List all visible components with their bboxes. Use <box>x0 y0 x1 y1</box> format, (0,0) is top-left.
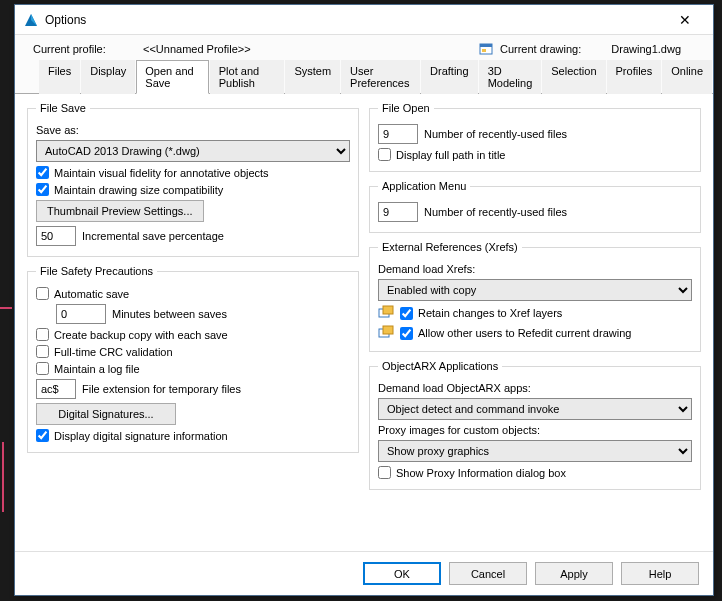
digital-signatures-button[interactable]: Digital Signatures... <box>36 403 176 425</box>
current-profile-label: Current profile: <box>33 43 143 55</box>
file-save-group: File Save Save as: AutoCAD 2013 Drawing … <box>27 102 359 257</box>
tab-system[interactable]: System <box>285 60 340 94</box>
maintain-log-file-checkbox[interactable]: Maintain a log file <box>36 362 140 375</box>
backdrop-line <box>2 442 4 512</box>
application-menu-legend: Application Menu <box>378 180 470 192</box>
tab-strip: Files Display Open and Save Plot and Pub… <box>15 59 713 94</box>
file-open-recent-label: Number of recently-used files <box>424 128 567 140</box>
drawing-icon <box>478 41 494 57</box>
backdrop-line <box>0 307 12 309</box>
file-save-legend: File Save <box>36 102 90 114</box>
full-path-in-title-checkbox[interactable]: Display full path in title <box>378 148 505 161</box>
window-title: Options <box>45 13 665 27</box>
tab-drafting[interactable]: Drafting <box>421 60 478 94</box>
tab-profiles[interactable]: Profiles <box>607 60 662 94</box>
temp-file-extension-input[interactable] <box>36 379 76 399</box>
help-button[interactable]: Help <box>621 562 699 585</box>
cancel-button[interactable]: Cancel <box>449 562 527 585</box>
external-references-group: External References (Xrefs) Demand load … <box>369 241 701 352</box>
svg-rect-1 <box>480 44 492 47</box>
demand-load-xrefs-dropdown[interactable]: Enabled with copy <box>378 279 692 301</box>
titlebar: Options ✕ <box>15 5 713 35</box>
demand-load-xrefs-label: Demand load Xrefs: <box>378 263 475 275</box>
maintain-size-checkbox[interactable]: Maintain drawing size compatibility <box>36 183 223 196</box>
objectarx-legend: ObjectARX Applications <box>378 360 502 372</box>
current-profile-value: <<Unnamed Profile>> <box>143 43 323 55</box>
tab-plot-and-publish[interactable]: Plot and Publish <box>210 60 285 94</box>
proxy-images-label: Proxy images for custom objects: <box>378 424 540 436</box>
xref-layers-icon <box>378 305 394 321</box>
profile-row: Current profile: <<Unnamed Profile>> Cur… <box>15 35 713 59</box>
tab-display[interactable]: Display <box>81 60 135 94</box>
app-menu-recent-label: Number of recently-used files <box>424 206 567 218</box>
allow-refedit-checkbox[interactable]: Allow other users to Refedit current dra… <box>400 327 631 340</box>
crc-validation-checkbox[interactable]: Full-time CRC validation <box>36 345 173 358</box>
tab-3d-modeling[interactable]: 3D Modeling <box>479 60 542 94</box>
tab-open-and-save[interactable]: Open and Save <box>136 60 208 94</box>
external-references-legend: External References (Xrefs) <box>378 241 522 253</box>
app-icon <box>23 12 39 28</box>
objectarx-group: ObjectARX Applications Demand load Objec… <box>369 360 701 490</box>
right-column: File Open Number of recently-used files … <box>369 102 701 543</box>
maintain-visual-checkbox[interactable]: Maintain visual fidelity for annotative … <box>36 166 269 179</box>
current-drawing-value: Drawing1.dwg <box>611 43 681 55</box>
file-safety-group: File Safety Precautions Automatic save M… <box>27 265 359 453</box>
current-drawing-label: Current drawing: <box>500 43 581 55</box>
temp-file-extension-label: File extension for temporary files <box>82 383 241 395</box>
tab-user-preferences[interactable]: User Preferences <box>341 60 420 94</box>
proxy-images-dropdown[interactable]: Show proxy graphics <box>378 440 692 462</box>
file-open-group: File Open Number of recently-used files … <box>369 102 701 172</box>
file-safety-legend: File Safety Precautions <box>36 265 157 277</box>
file-open-legend: File Open <box>378 102 434 114</box>
demand-load-arx-dropdown[interactable]: Object detect and command invoke <box>378 398 692 420</box>
ok-button[interactable]: OK <box>363 562 441 585</box>
save-as-dropdown[interactable]: AutoCAD 2013 Drawing (*.dwg) <box>36 140 350 162</box>
svg-rect-2 <box>482 49 486 52</box>
retain-xref-changes-checkbox[interactable]: Retain changes to Xref layers <box>400 307 562 320</box>
minutes-between-saves-input[interactable] <box>56 304 106 324</box>
automatic-save-checkbox[interactable]: Automatic save <box>36 287 129 300</box>
save-as-label: Save as: <box>36 124 79 136</box>
close-button[interactable]: ✕ <box>665 12 705 28</box>
thumbnail-preview-button[interactable]: Thumbnail Preview Settings... <box>36 200 204 222</box>
left-column: File Save Save as: AutoCAD 2013 Drawing … <box>27 102 359 543</box>
tab-files[interactable]: Files <box>39 60 80 94</box>
file-open-recent-input[interactable] <box>378 124 418 144</box>
app-menu-recent-input[interactable] <box>378 202 418 222</box>
options-dialog: Options ✕ Current profile: <<Unnamed Pro… <box>14 4 714 596</box>
incremental-save-input[interactable] <box>36 226 76 246</box>
display-digital-signature-checkbox[interactable]: Display digital signature information <box>36 429 228 442</box>
content-area: File Save Save as: AutoCAD 2013 Drawing … <box>15 94 713 551</box>
tab-online[interactable]: Online <box>662 60 712 94</box>
application-menu-group: Application Menu Number of recently-used… <box>369 180 701 233</box>
demand-load-arx-label: Demand load ObjectARX apps: <box>378 382 531 394</box>
incremental-save-label: Incremental save percentage <box>82 230 224 242</box>
show-proxy-info-checkbox[interactable]: Show Proxy Information dialog box <box>378 466 566 479</box>
apply-button[interactable]: Apply <box>535 562 613 585</box>
svg-rect-6 <box>383 326 393 334</box>
svg-rect-4 <box>383 306 393 314</box>
minutes-between-saves-label: Minutes between saves <box>112 308 227 320</box>
dialog-buttons: OK Cancel Apply Help <box>15 551 713 595</box>
refedit-icon <box>378 325 394 341</box>
create-backup-checkbox[interactable]: Create backup copy with each save <box>36 328 228 341</box>
tab-selection[interactable]: Selection <box>542 60 605 94</box>
